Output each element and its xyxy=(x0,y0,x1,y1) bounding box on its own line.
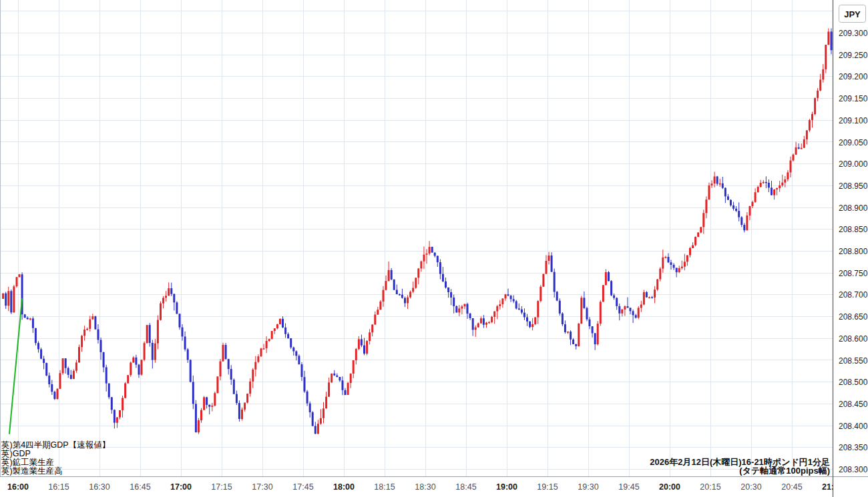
candle xyxy=(575,344,577,346)
candle xyxy=(518,308,520,310)
candle xyxy=(627,306,629,308)
y-axis-label: 208.400 xyxy=(839,422,868,431)
candle xyxy=(409,292,411,297)
x-axis-label: 16:30 xyxy=(89,482,110,492)
candle xyxy=(355,349,357,360)
candle xyxy=(757,187,759,192)
candle xyxy=(630,308,632,311)
candle xyxy=(469,314,471,318)
candle xyxy=(252,370,254,382)
candle xyxy=(65,358,67,368)
candle xyxy=(132,358,134,363)
x-axis-labels: 16:0016:1516:3016:4517:0017:1517:3017:45… xyxy=(7,482,843,492)
candle xyxy=(656,280,658,290)
candle xyxy=(383,290,385,302)
candle xyxy=(371,325,373,333)
candle xyxy=(246,394,248,403)
candle xyxy=(600,302,602,324)
candle xyxy=(225,345,227,359)
candle xyxy=(35,328,37,343)
candle xyxy=(597,324,599,344)
candle xyxy=(542,274,544,287)
candle xyxy=(282,319,284,328)
candle xyxy=(673,265,675,268)
candle xyxy=(19,274,21,277)
candle xyxy=(222,345,224,362)
candle xyxy=(345,390,347,395)
candle xyxy=(613,296,615,298)
candle xyxy=(266,341,268,348)
candle xyxy=(472,318,474,330)
candle xyxy=(391,270,393,280)
candle xyxy=(366,341,368,354)
candle xyxy=(388,270,390,282)
candle xyxy=(426,254,428,255)
y-axis-label: 209.050 xyxy=(839,138,868,147)
candle xyxy=(662,258,664,269)
candle xyxy=(746,215,748,230)
candle xyxy=(203,397,205,410)
time-gridlines xyxy=(19,0,833,476)
candle xyxy=(173,294,175,303)
y-axis-label: 208.750 xyxy=(839,269,868,278)
candle xyxy=(491,317,493,322)
chart-canvas[interactable]: 209.300209.250209.200209.150209.100209.0… xyxy=(0,0,868,497)
candle xyxy=(485,323,487,325)
candle xyxy=(336,376,338,377)
candle xyxy=(610,281,612,295)
candle xyxy=(268,339,270,341)
y-axis-label: 208.300 xyxy=(839,465,868,474)
fx-candlestick-chart: 209.300209.250209.200209.150209.100209.0… xyxy=(0,0,868,497)
candle xyxy=(784,179,786,183)
candle xyxy=(605,272,607,285)
candle xyxy=(29,318,31,320)
candle xyxy=(91,316,93,320)
candle xyxy=(684,262,686,266)
candle xyxy=(263,348,265,350)
footer-axis-note: (タテ軸通常100pips幅) xyxy=(739,466,830,476)
candle xyxy=(333,374,335,376)
candle xyxy=(116,418,118,423)
candle xyxy=(592,326,594,333)
y-axis-label: 209.100 xyxy=(839,116,868,125)
candle xyxy=(763,182,765,183)
candle xyxy=(461,306,463,308)
x-axis-label: 16:15 xyxy=(48,482,69,492)
candle xyxy=(75,362,77,370)
candle xyxy=(618,306,620,314)
candle xyxy=(686,256,688,262)
y-axis-label: 209.200 xyxy=(839,72,868,81)
candle xyxy=(722,183,724,188)
candle xyxy=(385,281,387,290)
candle xyxy=(228,359,230,369)
candle xyxy=(548,256,550,261)
y-axis-label: 208.800 xyxy=(839,247,868,256)
candle xyxy=(724,188,726,197)
candle xyxy=(624,306,626,310)
candle xyxy=(526,318,528,322)
candle xyxy=(97,330,99,340)
candle xyxy=(730,200,732,205)
candle xyxy=(803,139,805,148)
candle xyxy=(328,382,330,396)
candle xyxy=(249,382,251,394)
candle xyxy=(439,262,441,274)
candle xyxy=(559,301,561,314)
candle xyxy=(342,380,344,390)
x-axis-label: 16:45 xyxy=(130,482,150,492)
event-annotation-line: 英)製造業生産高 xyxy=(1,466,63,476)
candle xyxy=(13,286,15,312)
candle xyxy=(165,296,167,298)
candle xyxy=(668,257,670,262)
x-axis-label: 17:30 xyxy=(252,482,272,492)
candle xyxy=(393,280,395,290)
candle xyxy=(162,298,164,303)
candle xyxy=(445,282,447,288)
candle xyxy=(659,269,661,280)
candle xyxy=(716,177,718,184)
candle xyxy=(453,298,455,306)
candle xyxy=(692,245,694,248)
candle xyxy=(752,202,754,206)
candle xyxy=(103,352,105,368)
candle xyxy=(670,262,672,265)
